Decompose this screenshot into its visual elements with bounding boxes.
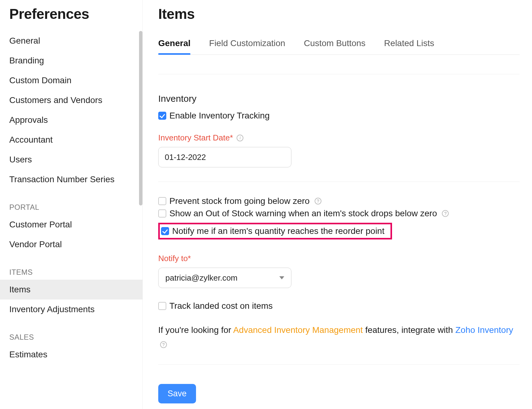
inventory-hint: If you're looking for Advanced Inventory… — [158, 323, 520, 350]
prevent-negative-checkbox[interactable] — [158, 197, 166, 205]
sidebar-item-items[interactable]: Items — [0, 280, 142, 299]
main-content: Items General Field Customization Custom… — [142, 0, 532, 409]
enable-inventory-label: Enable Inventory Tracking — [169, 111, 270, 121]
notify-to-select[interactable]: patricia@zylker.com — [158, 268, 291, 288]
tab-bar: General Field Customization Custom Butto… — [158, 38, 520, 55]
sidebar-item-approvals[interactable]: Approvals — [0, 110, 142, 130]
sidebar-item-custom-domain[interactable]: Custom Domain — [0, 71, 142, 90]
notify-to-value: patricia@zylker.com — [165, 273, 238, 283]
landed-cost-label: Track landed cost on items — [169, 301, 273, 311]
sidebar-heading-sales: SALES — [0, 319, 142, 345]
tab-general[interactable]: General — [158, 38, 190, 54]
enable-inventory-checkbox[interactable] — [158, 112, 166, 120]
sidebar-item-estimates[interactable]: Estimates — [0, 345, 142, 364]
sidebar-item-accountant[interactable]: Accountant — [0, 130, 142, 150]
sidebar-item-general[interactable]: General — [0, 31, 142, 51]
chevron-down-icon — [279, 276, 284, 279]
help-icon[interactable]: ? — [315, 198, 321, 205]
page-title: Items — [158, 6, 520, 22]
tab-related-lists[interactable]: Related Lists — [384, 38, 434, 54]
oos-warning-label: Show an Out of Stock warning when an ite… — [169, 209, 437, 218]
sidebar-item-users[interactable]: Users — [0, 150, 142, 170]
sidebar-title: Preferences — [0, 6, 142, 31]
sidebar-item-transaction-number-series[interactable]: Transaction Number Series — [0, 170, 142, 189]
inventory-start-date-input[interactable] — [158, 147, 291, 167]
preferences-sidebar: Preferences General Branding Custom Doma… — [0, 0, 142, 409]
sidebar-item-vendor-portal[interactable]: Vendor Portal — [0, 235, 142, 254]
oos-warning-checkbox[interactable] — [158, 209, 166, 217]
zoho-inventory-link[interactable]: Zoho Inventory — [455, 325, 513, 335]
sidebar-item-customers-vendors[interactable]: Customers and Vendors — [0, 90, 142, 110]
help-icon[interactable]: ? — [442, 210, 449, 217]
inventory-heading: Inventory — [158, 93, 520, 104]
sidebar-item-inventory-adjustments[interactable]: Inventory Adjustments — [0, 299, 142, 319]
save-button[interactable]: Save — [158, 384, 196, 403]
sidebar-heading-portal: PORTAL — [0, 189, 142, 215]
sidebar-heading-items: ITEMS — [0, 254, 142, 280]
notify-reorder-highlight: Notify me if an item's quantity reaches … — [158, 223, 392, 239]
info-icon[interactable]: i — [237, 135, 243, 141]
notify-to-label: Notify to* — [158, 254, 191, 263]
prevent-negative-label: Prevent stock from going below zero — [169, 196, 310, 206]
tab-field-customization[interactable]: Field Customization — [209, 38, 285, 54]
landed-cost-checkbox[interactable] — [158, 302, 166, 310]
sidebar-item-branding[interactable]: Branding — [0, 51, 142, 71]
tab-custom-buttons[interactable]: Custom Buttons — [304, 38, 365, 54]
notify-reorder-label: Notify me if an item's quantity reaches … — [172, 226, 384, 236]
inventory-start-date-label: Inventory Start Date* — [158, 133, 233, 143]
advanced-inventory-link[interactable]: Advanced Inventory Management — [233, 325, 363, 335]
sidebar-scrollbar[interactable] — [139, 31, 142, 205]
notify-reorder-checkbox[interactable] — [161, 227, 169, 235]
sidebar-item-customer-portal[interactable]: Customer Portal — [0, 215, 142, 235]
help-icon[interactable]: ? — [160, 341, 167, 348]
